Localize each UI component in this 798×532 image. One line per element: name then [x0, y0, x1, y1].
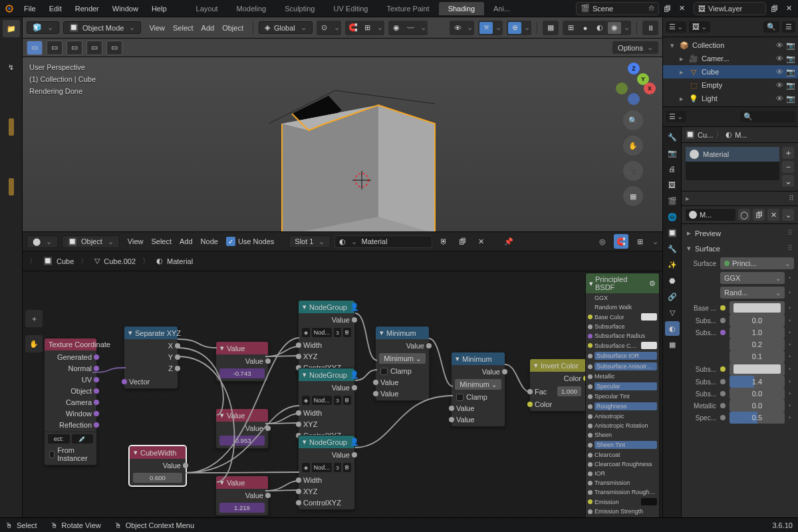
pan-gizmo-icon[interactable]: ✋	[623, 136, 643, 156]
workspace-tab-sculpting[interactable]: Sculpting	[275, 2, 324, 15]
node-graph[interactable]: ＋ ✋	[23, 271, 662, 517]
workspace-tab-ani[interactable]: Ani...	[484, 2, 519, 15]
perspective-gizmo-icon[interactable]: ▦	[623, 186, 643, 206]
remove-slot-icon[interactable]: －	[782, 161, 794, 173]
render-icon[interactable]: 📷	[786, 54, 795, 63]
prop-value[interactable]: 0.5	[730, 412, 785, 424]
use-nodes-checkbox[interactable]: ✓Use Nodes	[226, 237, 274, 246]
tab-render-icon[interactable]: 📷	[665, 146, 680, 160]
tool-a-icon[interactable]	[9, 118, 14, 136]
nodegroup-browse-icon[interactable]: ◈	[302, 396, 310, 405]
node-nodegroup-2[interactable]: ▾NodeGroup👤Value◈Nod...3⛨WidthXYZControl…	[298, 368, 355, 443]
duplicate-material-icon[interactable]: 🗐	[455, 234, 469, 249]
tab-output-icon[interactable]: 🖨	[665, 162, 680, 176]
ne-snap-type-icon[interactable]: ⊞	[632, 234, 647, 249]
prop-value[interactable]: 0.1	[730, 350, 785, 362]
editor-type-dropdown[interactable]: 🧊	[27, 21, 59, 34]
slot-dropdown[interactable]: Slot 1	[289, 235, 331, 248]
outliner-item-camera[interactable]: ▸🎥Camer...👁📷	[663, 52, 798, 65]
prop-value[interactable]: 0.2	[730, 338, 785, 350]
socket-out-z[interactable]: Z	[128, 364, 174, 373]
breadcrumb-material[interactable]: ◐Material	[156, 257, 193, 265]
operation-dropdown[interactable]: Minimum ⌄	[455, 379, 501, 390]
material-copy-icon[interactable]: 🗐	[753, 209, 765, 221]
node-editor-type-dropdown[interactable]: ⬤	[27, 235, 58, 248]
shader-type-dropdown[interactable]: 🔲Object	[62, 235, 120, 248]
principled-row-transmission[interactable]: Transmission	[586, 478, 659, 487]
clamp-checkbox[interactable]: Clamp	[455, 392, 501, 402]
principled-row-basecolor[interactable]: Base Color	[586, 312, 659, 322]
solid-shading-icon[interactable]: ●	[579, 22, 592, 34]
workspace-tab-shading[interactable]: Shading	[439, 2, 484, 15]
socket-out-reflection[interactable]: Reflection	[48, 420, 93, 430]
nodegroup-fake-user-icon[interactable]: ⛨	[343, 396, 351, 405]
snap-toggle-icon[interactable]: 🧲	[346, 22, 360, 34]
tab-object-icon[interactable]: 🔲	[665, 225, 680, 240]
add-slot-icon[interactable]: ＋	[782, 147, 794, 159]
outliner-item-empty[interactable]: ⬚Empty👁📷	[663, 78, 798, 92]
show-gizmo-icon[interactable]: 👁	[451, 22, 464, 34]
principled-row-emissionstrength[interactable]: Emission Strength	[586, 507, 659, 516]
axis-navigation-gizmo[interactable]: Z Y X	[612, 63, 654, 105]
material-browse-icon[interactable]: ◯	[738, 209, 750, 221]
node-minimum-1[interactable]: ▾Minimum Value Minimum ⌄ Clamp Value Val…	[375, 326, 430, 401]
pause-icon[interactable]: ⏸	[644, 22, 657, 34]
render-icon[interactable]: 📷	[786, 94, 795, 103]
principled-row-subsurfaceanisotropy[interactable]: Subsurface Anisotropy	[586, 361, 659, 372]
prop-value[interactable]: 0.0	[730, 315, 785, 327]
prop-value[interactable]: 0.0	[730, 388, 785, 400]
wireframe-shading-icon[interactable]: ⊞	[564, 22, 577, 34]
vp-menu-view[interactable]: View	[145, 23, 169, 33]
node-nodegroup-3[interactable]: ▾NodeGroup👤Value◈Nod...3⛨WidthXYZControl…	[298, 435, 355, 510]
node-value-3[interactable]: ▾Value Value 1.219	[215, 475, 269, 516]
snap-type-icon[interactable]: ⊞	[361, 22, 374, 34]
visibility-icon[interactable]: 👁	[775, 54, 784, 63]
material-browse-field[interactable]: ◐	[334, 235, 432, 248]
menu-edit[interactable]: Edit	[43, 2, 68, 15]
tab-material-icon[interactable]: ◐	[665, 321, 680, 336]
group-edit-icon[interactable]: 👤	[350, 438, 359, 446]
node-nodegroup-1[interactable]: ▾NodeGroup👤Value◈Nod...3⛨WidthXYZControl…	[298, 300, 355, 375]
outliner-search-icon[interactable]: 🔍	[763, 21, 779, 33]
principled-row-subsurfaceior[interactable]: Subsurface IOR	[586, 350, 659, 361]
visibility-icon[interactable]: 👁	[775, 80, 784, 90]
props-editor-type-dropdown[interactable]: ☰	[666, 111, 686, 122]
principled-row-emission[interactable]: Emission	[586, 497, 659, 507]
node-cubewidth[interactable]: ▾CubeWidth Value 0.600	[129, 446, 186, 486]
socket-out-uv[interactable]: UV	[48, 375, 93, 384]
tool-b-icon[interactable]	[9, 178, 14, 196]
socket-out-y[interactable]: Y	[128, 352, 174, 362]
principled-row-anisotropicrotation[interactable]: Anisotropic Rotation	[586, 421, 659, 430]
select-extend-icon[interactable]: ▭	[47, 41, 63, 55]
socket-out-camera[interactable]: Camera	[48, 398, 93, 407]
scene-name-input[interactable]	[593, 5, 646, 13]
graph-hand-icon[interactable]: ✋	[25, 335, 43, 352]
group-edit-icon[interactable]: 👤	[350, 303, 359, 311]
tab-world-icon[interactable]: 🌐	[665, 209, 680, 224]
interaction-mode-dropdown[interactable]: 🔲 Object Mode	[63, 21, 141, 34]
eyedropper-icon[interactable]: 💉	[72, 434, 94, 444]
principled-row-subsurfaceradius[interactable]: Subsurface Radius	[586, 331, 659, 340]
node-value-2[interactable]: ▾Value Value -0.953	[215, 408, 269, 449]
surface-shader-dropdown[interactable]: Princi...	[720, 257, 794, 269]
overlay-toggle-icon[interactable]: ⊕	[508, 22, 521, 34]
principled-row-randomwalk[interactable]: Random Walk	[586, 303, 659, 312]
prop-value[interactable]	[730, 301, 785, 315]
node-value-1[interactable]: ▾Value Value -0.743	[215, 341, 269, 382]
vp-menu-select[interactable]: Select	[169, 23, 198, 33]
tab-constraints-icon[interactable]: 🔗	[665, 289, 680, 304]
propedit-falloff-icon[interactable]: 〰	[404, 22, 418, 34]
pin-icon[interactable]: ⟰	[648, 4, 654, 13]
node-separate-xyz[interactable]: ▾Separate XYZ XYZ Vector	[124, 326, 178, 389]
transform-orientation-dropdown[interactable]: ◈Global	[259, 21, 313, 34]
value-field[interactable]: -0.953	[219, 436, 265, 446]
material-name-input[interactable]	[361, 237, 428, 245]
props-search[interactable]: 🔍	[740, 111, 795, 122]
clamp-checkbox[interactable]: Clamp	[379, 366, 426, 376]
panel-header-surface[interactable]: ▾Surface⠿	[684, 242, 795, 255]
render-icon[interactable]: 📷	[786, 67, 795, 76]
socket-out-x[interactable]: X	[128, 341, 174, 350]
principled-row-ior[interactable]: IOR	[586, 469, 659, 478]
node-principled-bsdf[interactable]: ▾Principled BSDF⚙ GGXRandom WalkBase Col…	[585, 273, 660, 517]
principled-row-specular[interactable]: Specular	[586, 381, 659, 392]
